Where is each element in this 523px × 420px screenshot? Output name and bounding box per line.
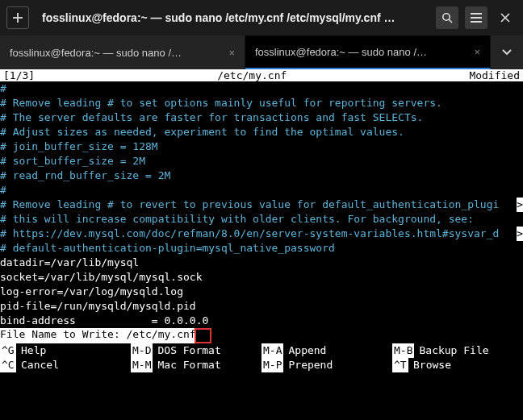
tab-label: fosslinux@fedora:~ — sudo nano /… xyxy=(255,46,467,58)
editor-line: # read_rnd_buffer_size = 2M xyxy=(0,168,523,183)
editor-content[interactable]: ## Remove leading # to set options mainl… xyxy=(0,81,523,328)
editor-line: # https://dev.mysql.com/doc/refman/8.0/e… xyxy=(0,227,523,241)
shortcut-item: M-MMac Format xyxy=(131,358,262,372)
file-path: /etc/my.cnf xyxy=(38,69,466,81)
editor-line: bind-address = 0.0.0.0 xyxy=(0,314,523,328)
buffer-indicator: [1/3] xyxy=(0,69,38,81)
shortcut-key: ^G xyxy=(0,343,16,358)
tab-close-button[interactable]: × xyxy=(222,47,235,59)
chevron-down-icon xyxy=(502,49,512,56)
shortcut-key: M-A xyxy=(262,343,283,358)
shortcut-key: M-P xyxy=(262,358,283,372)
shortcut-item: ^TBrowse xyxy=(392,358,523,372)
tab-bar: fosslinux@fedora:~ — sudo nano /… × foss… xyxy=(0,35,523,69)
modified-indicator: Modified xyxy=(466,69,523,81)
shortcut-item: M-BBackup File xyxy=(392,343,523,358)
prompt-label: File Name to Write: xyxy=(0,328,127,340)
hamburger-icon xyxy=(471,13,482,23)
tab-close-button[interactable]: × xyxy=(467,46,480,58)
svg-rect-4 xyxy=(471,21,482,23)
close-icon xyxy=(500,13,510,23)
shortcut-label: DOS Format xyxy=(153,343,220,358)
search-button[interactable] xyxy=(436,6,458,29)
editor-line: # sort_buffer_size = 2M xyxy=(0,154,523,168)
shortcut-key: M-D xyxy=(131,343,153,358)
search-icon xyxy=(441,12,453,23)
editor-line: # Remove leading # to revert to previous… xyxy=(0,198,523,212)
window-titlebar: fosslinux@fedora:~ — sudo nano /etc/my.c… xyxy=(0,0,523,35)
shortcut-label: Prepend xyxy=(283,358,333,372)
shortcut-key: M-B xyxy=(392,343,414,358)
editor-line: # Remove leading # to set options mainly… xyxy=(0,96,523,110)
window-title: fosslinux@fedora:~ — sudo nano /etc/my.c… xyxy=(36,11,429,24)
editor-line: datadir=/var/lib/mysql xyxy=(0,256,523,270)
new-tab-button[interactable] xyxy=(6,6,29,29)
shortcut-label: Cancel xyxy=(16,358,59,372)
svg-rect-3 xyxy=(471,17,482,19)
prompt-value: /etc/my.cnf xyxy=(127,328,196,340)
terminal-tab[interactable]: fosslinux@fedora:~ — sudo nano /… × xyxy=(0,35,245,69)
menu-button[interactable] xyxy=(465,6,487,29)
editor-line: # xyxy=(0,183,523,198)
plus-icon xyxy=(13,13,23,23)
editor-line: log-error=/var/log/mysqld.log xyxy=(0,285,523,299)
editor-line: # this will increase compatibility with … xyxy=(0,212,523,227)
tab-label: fosslinux@fedora:~ — sudo nano /… xyxy=(10,47,222,59)
shortcut-item: ^CCancel xyxy=(0,358,131,372)
shortcut-label: Mac Format xyxy=(153,358,220,372)
svg-rect-2 xyxy=(471,13,482,15)
svg-line-1 xyxy=(449,19,452,23)
shortcut-key: M-M xyxy=(131,358,153,372)
editor-line: # default-authentication-plugin=mysql_na… xyxy=(0,241,523,256)
editor-line: # Adjust sizes as needed, experiment to … xyxy=(0,125,523,139)
tab-dropdown-button[interactable] xyxy=(491,35,523,69)
editor-line: # xyxy=(0,81,523,96)
nano-shortcuts: ^GHelpM-DDOS FormatM-AAppendM-BBackup Fi… xyxy=(0,343,523,372)
write-prompt[interactable]: File Name to Write: /etc/my.cnf xyxy=(0,328,523,343)
shortcut-label: Help xyxy=(16,343,46,358)
editor-line: # join_buffer_size = 128M xyxy=(0,139,523,154)
svg-point-0 xyxy=(443,14,450,20)
editor-line: pid-file=/run/mysqld/mysqld.pid xyxy=(0,299,523,314)
close-window-button[interactable] xyxy=(494,6,517,29)
nano-status-bar: [1/3] /etc/my.cnf Modified xyxy=(0,69,523,81)
shortcut-item: M-DDOS Format xyxy=(131,343,262,358)
shortcut-key: ^T xyxy=(392,358,408,372)
shortcut-item: ^GHelp xyxy=(0,343,131,358)
terminal-tab[interactable]: fosslinux@fedora:~ — sudo nano /… × xyxy=(245,35,491,69)
shortcut-key: ^C xyxy=(0,358,16,372)
shortcut-item: M-AAppend xyxy=(262,343,392,358)
continuation-arrow-icon: > xyxy=(517,227,523,241)
editor-line: socket=/var/lib/mysql/mysql.sock xyxy=(0,270,523,285)
shortcut-label: Backup File xyxy=(414,343,488,358)
shortcut-label: Browse xyxy=(408,358,451,372)
shortcut-item: M-PPrepend xyxy=(262,358,392,372)
shortcut-label: Append xyxy=(283,343,326,358)
prompt-cursor-area xyxy=(195,328,212,343)
continuation-arrow-icon: > xyxy=(517,198,523,212)
editor-line: # The server defaults are faster for tra… xyxy=(0,110,523,125)
